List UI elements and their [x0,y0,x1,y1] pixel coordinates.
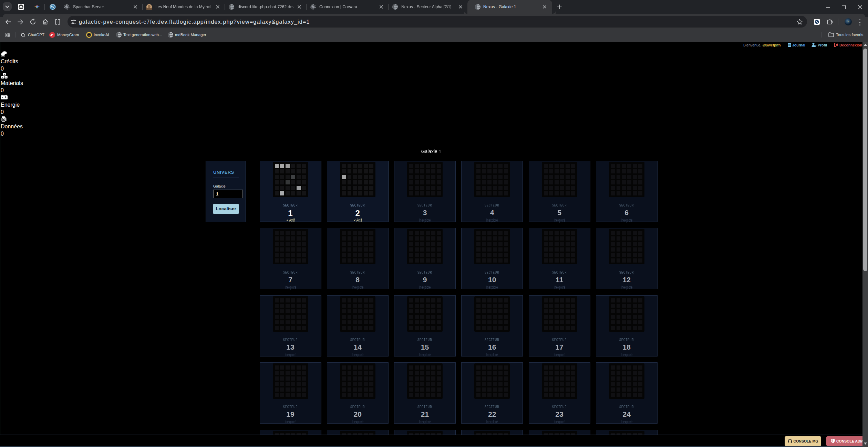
svg-text:W: W [51,5,55,9]
